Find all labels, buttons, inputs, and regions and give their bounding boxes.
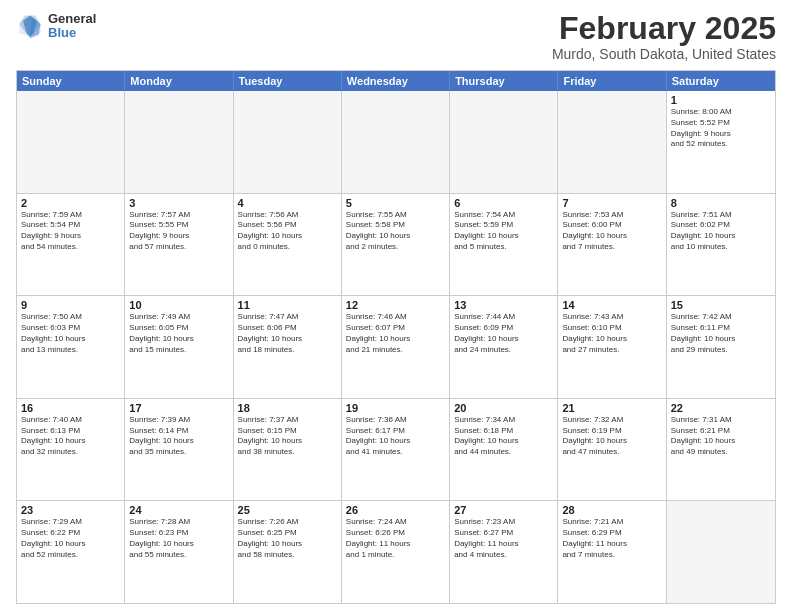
day-number: 1 (671, 94, 771, 106)
cell-details: Sunrise: 7:46 AM Sunset: 6:07 PM Dayligh… (346, 312, 445, 355)
calendar-cell: 4Sunrise: 7:56 AM Sunset: 5:56 PM Daylig… (234, 194, 342, 296)
calendar-cell: 13Sunrise: 7:44 AM Sunset: 6:09 PM Dayli… (450, 296, 558, 398)
calendar-row-1: 2Sunrise: 7:59 AM Sunset: 5:54 PM Daylig… (17, 193, 775, 296)
day-number: 8 (671, 197, 771, 209)
header-day-wednesday: Wednesday (342, 71, 450, 91)
calendar-cell: 28Sunrise: 7:21 AM Sunset: 6:29 PM Dayli… (558, 501, 666, 603)
day-number: 25 (238, 504, 337, 516)
logo-blue: Blue (48, 26, 96, 40)
calendar-cell: 7Sunrise: 7:53 AM Sunset: 6:00 PM Daylig… (558, 194, 666, 296)
calendar-cell (450, 91, 558, 193)
calendar-cell: 1Sunrise: 8:00 AM Sunset: 5:52 PM Daylig… (667, 91, 775, 193)
calendar-row-3: 16Sunrise: 7:40 AM Sunset: 6:13 PM Dayli… (17, 398, 775, 501)
cell-details: Sunrise: 7:26 AM Sunset: 6:25 PM Dayligh… (238, 517, 337, 560)
header-day-saturday: Saturday (667, 71, 775, 91)
calendar-cell: 15Sunrise: 7:42 AM Sunset: 6:11 PM Dayli… (667, 296, 775, 398)
calendar-cell: 23Sunrise: 7:29 AM Sunset: 6:22 PM Dayli… (17, 501, 125, 603)
cell-details: Sunrise: 7:51 AM Sunset: 6:02 PM Dayligh… (671, 210, 771, 253)
calendar-cell: 21Sunrise: 7:32 AM Sunset: 6:19 PM Dayli… (558, 399, 666, 501)
day-number: 13 (454, 299, 553, 311)
location: Murdo, South Dakota, United States (552, 46, 776, 62)
cell-details: Sunrise: 7:29 AM Sunset: 6:22 PM Dayligh… (21, 517, 120, 560)
day-number: 23 (21, 504, 120, 516)
day-number: 22 (671, 402, 771, 414)
cell-details: Sunrise: 7:24 AM Sunset: 6:26 PM Dayligh… (346, 517, 445, 560)
calendar-cell: 10Sunrise: 7:49 AM Sunset: 6:05 PM Dayli… (125, 296, 233, 398)
day-number: 7 (562, 197, 661, 209)
calendar-cell: 27Sunrise: 7:23 AM Sunset: 6:27 PM Dayli… (450, 501, 558, 603)
month-title: February 2025 (552, 12, 776, 44)
day-number: 2 (21, 197, 120, 209)
cell-details: Sunrise: 7:59 AM Sunset: 5:54 PM Dayligh… (21, 210, 120, 253)
cell-details: Sunrise: 7:36 AM Sunset: 6:17 PM Dayligh… (346, 415, 445, 458)
day-number: 15 (671, 299, 771, 311)
header-day-thursday: Thursday (450, 71, 558, 91)
cell-details: Sunrise: 7:49 AM Sunset: 6:05 PM Dayligh… (129, 312, 228, 355)
day-number: 14 (562, 299, 661, 311)
header-day-sunday: Sunday (17, 71, 125, 91)
calendar-cell (667, 501, 775, 603)
calendar-cell: 11Sunrise: 7:47 AM Sunset: 6:06 PM Dayli… (234, 296, 342, 398)
calendar: SundayMondayTuesdayWednesdayThursdayFrid… (16, 70, 776, 604)
calendar-cell: 14Sunrise: 7:43 AM Sunset: 6:10 PM Dayli… (558, 296, 666, 398)
logo-text: General Blue (48, 12, 96, 41)
day-number: 24 (129, 504, 228, 516)
day-number: 9 (21, 299, 120, 311)
header: General Blue February 2025 Murdo, South … (16, 12, 776, 62)
calendar-cell (558, 91, 666, 193)
calendar-cell: 22Sunrise: 7:31 AM Sunset: 6:21 PM Dayli… (667, 399, 775, 501)
calendar-cell: 5Sunrise: 7:55 AM Sunset: 5:58 PM Daylig… (342, 194, 450, 296)
calendar-cell: 2Sunrise: 7:59 AM Sunset: 5:54 PM Daylig… (17, 194, 125, 296)
day-number: 21 (562, 402, 661, 414)
day-number: 4 (238, 197, 337, 209)
day-number: 17 (129, 402, 228, 414)
calendar-cell: 18Sunrise: 7:37 AM Sunset: 6:15 PM Dayli… (234, 399, 342, 501)
calendar-cell: 6Sunrise: 7:54 AM Sunset: 5:59 PM Daylig… (450, 194, 558, 296)
title-area: February 2025 Murdo, South Dakota, Unite… (552, 12, 776, 62)
day-number: 11 (238, 299, 337, 311)
cell-details: Sunrise: 7:42 AM Sunset: 6:11 PM Dayligh… (671, 312, 771, 355)
logo: General Blue (16, 12, 96, 41)
cell-details: Sunrise: 7:37 AM Sunset: 6:15 PM Dayligh… (238, 415, 337, 458)
day-number: 27 (454, 504, 553, 516)
header-day-friday: Friday (558, 71, 666, 91)
calendar-cell: 19Sunrise: 7:36 AM Sunset: 6:17 PM Dayli… (342, 399, 450, 501)
calendar-cell: 16Sunrise: 7:40 AM Sunset: 6:13 PM Dayli… (17, 399, 125, 501)
day-number: 5 (346, 197, 445, 209)
calendar-cell (17, 91, 125, 193)
day-number: 19 (346, 402, 445, 414)
cell-details: Sunrise: 7:47 AM Sunset: 6:06 PM Dayligh… (238, 312, 337, 355)
cell-details: Sunrise: 7:54 AM Sunset: 5:59 PM Dayligh… (454, 210, 553, 253)
calendar-cell (234, 91, 342, 193)
day-number: 12 (346, 299, 445, 311)
cell-details: Sunrise: 7:32 AM Sunset: 6:19 PM Dayligh… (562, 415, 661, 458)
day-number: 18 (238, 402, 337, 414)
cell-details: Sunrise: 7:55 AM Sunset: 5:58 PM Dayligh… (346, 210, 445, 253)
header-day-monday: Monday (125, 71, 233, 91)
calendar-row-0: 1Sunrise: 8:00 AM Sunset: 5:52 PM Daylig… (17, 91, 775, 193)
calendar-body: 1Sunrise: 8:00 AM Sunset: 5:52 PM Daylig… (17, 91, 775, 603)
calendar-cell: 9Sunrise: 7:50 AM Sunset: 6:03 PM Daylig… (17, 296, 125, 398)
calendar-row-2: 9Sunrise: 7:50 AM Sunset: 6:03 PM Daylig… (17, 295, 775, 398)
day-number: 20 (454, 402, 553, 414)
day-number: 26 (346, 504, 445, 516)
calendar-cell: 24Sunrise: 7:28 AM Sunset: 6:23 PM Dayli… (125, 501, 233, 603)
cell-details: Sunrise: 7:53 AM Sunset: 6:00 PM Dayligh… (562, 210, 661, 253)
calendar-cell (342, 91, 450, 193)
cell-details: Sunrise: 7:43 AM Sunset: 6:10 PM Dayligh… (562, 312, 661, 355)
calendar-cell: 26Sunrise: 7:24 AM Sunset: 6:26 PM Dayli… (342, 501, 450, 603)
calendar-cell: 17Sunrise: 7:39 AM Sunset: 6:14 PM Dayli… (125, 399, 233, 501)
day-number: 16 (21, 402, 120, 414)
logo-general: General (48, 12, 96, 26)
cell-details: Sunrise: 7:56 AM Sunset: 5:56 PM Dayligh… (238, 210, 337, 253)
cell-details: Sunrise: 7:31 AM Sunset: 6:21 PM Dayligh… (671, 415, 771, 458)
logo-icon (16, 12, 44, 40)
day-number: 28 (562, 504, 661, 516)
cell-details: Sunrise: 7:57 AM Sunset: 5:55 PM Dayligh… (129, 210, 228, 253)
day-number: 10 (129, 299, 228, 311)
day-number: 3 (129, 197, 228, 209)
calendar-header: SundayMondayTuesdayWednesdayThursdayFrid… (17, 71, 775, 91)
calendar-cell: 25Sunrise: 7:26 AM Sunset: 6:25 PM Dayli… (234, 501, 342, 603)
calendar-cell (125, 91, 233, 193)
cell-details: Sunrise: 7:23 AM Sunset: 6:27 PM Dayligh… (454, 517, 553, 560)
